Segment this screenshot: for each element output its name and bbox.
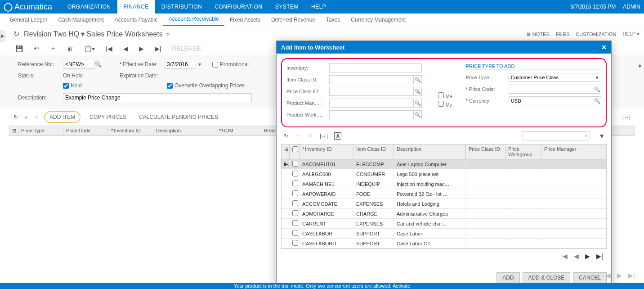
product-man-lookup-icon[interactable]: 🔍 [414, 99, 422, 108]
clipboard-icon[interactable]: 📋▾ [82, 44, 97, 53]
ref-nbr-input[interactable] [63, 60, 94, 69]
my-checkbox[interactable] [438, 101, 444, 107]
product-work-lookup-icon[interactable]: 🔍 [414, 110, 422, 119]
subnav-fixed-assets[interactable]: Fixed Assets [224, 14, 266, 26]
dlg-filter-icon[interactable]: ▼ [599, 132, 605, 140]
help-link[interactable]: HELP ▾ [622, 31, 640, 37]
table-row[interactable]: ADMCHARGECHARGEAdministrative Charges [282, 209, 606, 219]
dlg-export-icon[interactable]: X [334, 132, 341, 140]
side-expand-tab[interactable]: ▶ [0, 30, 5, 41]
ref-nbr-lookup-icon[interactable]: 🔍 [94, 61, 102, 68]
col-description[interactable]: Description [153, 126, 216, 135]
col-uom[interactable]: UOM [216, 126, 261, 135]
dlg-select-all-checkbox[interactable] [290, 144, 300, 159]
table-row[interactable]: ▶AACOMPUT01ELECCOMPAcer Laptop Computer [282, 159, 606, 169]
dialog-header[interactable]: Add Item to Worksheet ✕ [277, 41, 611, 54]
files-link[interactable]: FILES [556, 32, 570, 37]
table-row[interactable]: CASELABOROSUPPORTCase Labor OT [282, 239, 606, 248]
row-checkbox[interactable] [290, 190, 300, 198]
price-type-select[interactable] [509, 73, 593, 82]
refresh-icon[interactable]: ↻ [13, 30, 19, 38]
save-icon[interactable]: 💾 [13, 44, 25, 53]
row-checkbox[interactable] [290, 199, 300, 208]
table-row[interactable]: CARRENTEXPENSESCar and vehicle char… [282, 219, 606, 229]
chevron-down-icon[interactable]: ▾ [81, 30, 85, 38]
notes-link[interactable]: 🗎 NOTES [526, 32, 550, 37]
dlg-row-menu-icon[interactable]: ⊞ [282, 144, 290, 159]
me-checkbox[interactable] [438, 92, 444, 98]
main-first-icon[interactable]: |◀ [593, 272, 600, 279]
grid-refresh-icon[interactable]: ↻ [13, 114, 18, 120]
prev-icon[interactable]: ◀ [121, 44, 130, 53]
main-prev-icon[interactable]: ◀ [606, 272, 611, 279]
dlg-col-price-workgroup[interactable]: Price Workgroup [505, 144, 541, 159]
table-row[interactable]: ACCOMODATEEXPENSESHotels and Lodging [282, 199, 606, 209]
subnav-accounts-receivable[interactable]: Accounts Receivable [163, 13, 224, 26]
hold-checkbox[interactable] [63, 83, 69, 89]
dlg-add-button[interactable]: ADD [496, 272, 519, 283]
subnav-cash-management[interactable]: Cash Management [53, 14, 109, 26]
product-work-input[interactable] [329, 110, 414, 119]
table-row[interactable]: AAMACHINE1INDEQUIPInjection molding mac… [282, 179, 606, 189]
last-icon[interactable]: ▶| [153, 44, 163, 53]
item-class-input[interactable] [329, 75, 414, 84]
me-checkbox-row[interactable]: Me [438, 92, 452, 99]
col-price-type[interactable]: Price Type [18, 126, 63, 135]
row-checkbox[interactable] [290, 209, 300, 218]
copy-prices-button[interactable]: COPY PRICES [86, 112, 130, 122]
dlg-search-clear-icon[interactable]: × [585, 133, 588, 139]
calc-pending-prices-button[interactable]: CALCULATE PENDING PRICES [135, 112, 222, 122]
eff-date-dropdown-icon[interactable]: ▾ [196, 61, 203, 68]
product-man-input[interactable] [329, 99, 414, 108]
row-checkbox[interactable] [290, 219, 300, 228]
next-icon[interactable]: ▶ [137, 44, 146, 53]
subnav-taxes[interactable]: Taxes [321, 14, 345, 26]
header-user[interactable]: ADMIN [623, 4, 640, 10]
dlg-col-price-class[interactable]: Price Class ID [466, 144, 505, 159]
col-price-code[interactable]: Price Code [63, 126, 108, 135]
price-type-dropdown-icon[interactable]: ▾ [593, 73, 601, 82]
dlg-first-page-icon[interactable]: |◀ [561, 253, 568, 260]
dlg-last-page-icon[interactable]: ▶| [596, 253, 603, 260]
subnav-currency-management[interactable]: Currency Management [345, 14, 411, 26]
subnav-accounts-payable[interactable]: Accounts Payable [109, 14, 163, 26]
row-checkbox[interactable] [290, 239, 300, 248]
nav-configuration[interactable]: CONFIGURATION [208, 0, 268, 14]
main-next-icon[interactable]: ▶ [617, 272, 622, 279]
row-checkbox[interactable] [290, 160, 300, 168]
row-checkbox[interactable] [290, 229, 300, 238]
scroll-up-icon[interactable]: ▲ [636, 62, 644, 70]
breadcrumb-company[interactable]: Revision Two HQ [24, 30, 79, 38]
main-last-icon[interactable]: ▶| [628, 272, 635, 279]
price-code-lookup-icon[interactable]: 🔍 [593, 85, 601, 94]
add-item-button[interactable]: ADD ITEM [44, 111, 80, 123]
row-menu-icon[interactable]: ⊞ [9, 126, 18, 135]
dlg-next-page-icon[interactable]: ▶ [585, 253, 590, 260]
eff-date-input[interactable] [165, 60, 196, 69]
dlg-search-input[interactable] [523, 131, 590, 140]
dialog-close-icon[interactable]: ✕ [601, 44, 607, 51]
dlg-col-inventory-id[interactable]: Inventory ID [300, 144, 353, 159]
dlg-prev-page-icon[interactable]: ◀ [574, 253, 579, 260]
currency-input[interactable] [509, 96, 593, 105]
dlg-col-item-class[interactable]: Item Class ID [353, 144, 394, 159]
promotional-checkbox[interactable] [212, 62, 218, 68]
first-icon[interactable]: |◀ [104, 44, 114, 53]
row-checkbox[interactable] [290, 170, 300, 178]
item-class-lookup-icon[interactable]: 🔍 [414, 75, 422, 84]
add-icon[interactable]: ＋ [48, 44, 58, 54]
price-class-lookup-icon[interactable]: 🔍 [414, 87, 422, 96]
table-row[interactable]: AAPOWERAIDFOODPoweraid 32 Oz - lot … [282, 189, 606, 199]
my-checkbox-row[interactable]: My [438, 101, 452, 108]
row-checkbox[interactable] [290, 180, 300, 188]
dlg-fit-icon[interactable]: |↔| [319, 132, 329, 140]
overwrite-checkbox[interactable] [167, 83, 173, 89]
nav-organization[interactable]: ORGANIZATION [61, 0, 117, 14]
table-row[interactable]: AALEGO500CONSUMERLego 500 piece set [282, 169, 606, 179]
table-row[interactable]: CASELABORSUPPORTCase Labor [282, 229, 606, 239]
grid-fit-icon[interactable]: |↔| [622, 114, 631, 120]
delete-icon[interactable]: 🗑 [65, 44, 75, 53]
dlg-add-close-button[interactable]: ADD & CLOSE [523, 272, 571, 283]
subnav-general-ledger[interactable]: General Ledger [4, 14, 53, 26]
subnav-deferred-revenue[interactable]: Deferred Revenue [266, 14, 321, 26]
